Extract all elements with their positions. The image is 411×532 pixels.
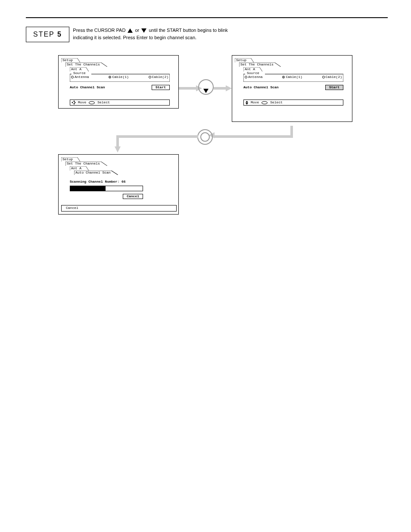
step-label: STEP bbox=[33, 31, 55, 38]
tab-ant-a: Ant A bbox=[70, 166, 89, 171]
radio-icon bbox=[282, 76, 285, 78]
cancel-button[interactable]: Cancel bbox=[123, 194, 143, 199]
radio-icon bbox=[322, 76, 325, 78]
help-select: Select bbox=[270, 100, 283, 105]
radio-icon bbox=[245, 76, 247, 78]
scan-row: Auto Channel Scan Start bbox=[70, 85, 170, 90]
radio-icon bbox=[71, 76, 74, 78]
source-box: Source Antenna Cable(1) Cable(2) bbox=[70, 73, 170, 80]
help-row: Cancel bbox=[61, 205, 177, 211]
move-arrows-icon bbox=[72, 101, 75, 104]
progress-fill bbox=[70, 186, 106, 191]
flow-arrow-4 bbox=[115, 146, 121, 152]
step-row: STEP 5 Press the CURSOR PAD or until the… bbox=[26, 27, 388, 42]
connector bbox=[116, 135, 119, 146]
help-row: Move Select bbox=[70, 100, 170, 106]
auto-scan-label: Auto Channel Scan bbox=[70, 85, 105, 90]
scan-row: Auto Channel Scan Start bbox=[243, 85, 343, 90]
tab-setup: Setup bbox=[235, 58, 254, 62]
opt-cable1[interactable]: Cable(1) bbox=[282, 75, 302, 79]
opt-cable1[interactable]: Cable(1) bbox=[109, 75, 128, 79]
radio-icon bbox=[109, 76, 111, 78]
connector bbox=[116, 135, 198, 138]
panel-b[interactable]: Setup Set The Channels Ant A Source bbox=[232, 55, 352, 122]
tab-set-channels: Set The Channels bbox=[65, 162, 107, 166]
down-arrow-icon bbox=[203, 89, 209, 93]
opt-antenna[interactable]: Antenna bbox=[245, 75, 263, 79]
instruction-text: Press the CURSOR PAD or until the START … bbox=[73, 27, 228, 41]
tab-ant-a: Ant A bbox=[70, 67, 89, 72]
source-box: Source Antenna Cable(1) Cable(2) bbox=[243, 73, 343, 80]
horizontal-rule bbox=[26, 17, 388, 18]
progress-bar bbox=[70, 186, 143, 191]
tab-set-channels: Set The Channels bbox=[65, 62, 107, 67]
tab-setup: Setup bbox=[61, 157, 80, 162]
figure-row-2: Setup Set The Channels Ant A Auto Channe… bbox=[26, 137, 388, 249]
select-icon bbox=[89, 101, 95, 104]
figure-row-1: Setup Set The Channels Ant A Source bbox=[26, 55, 388, 137]
help-row: Move Select bbox=[243, 100, 343, 106]
cursor-down-icon bbox=[141, 28, 146, 33]
instr-seg3: until the START button begins to blink bbox=[149, 28, 227, 33]
instr-seg1: Press the CURSOR PAD bbox=[73, 28, 127, 33]
instr-seg4: indicating it is selected. Press Enter t… bbox=[73, 35, 196, 40]
select-icon bbox=[262, 101, 268, 104]
tab-auto-channel-scan: Auto Channel Scan bbox=[74, 171, 118, 175]
opt-antenna[interactable]: Antenna bbox=[71, 75, 89, 79]
help-select: Select bbox=[97, 100, 110, 105]
scan-progress: Scanning Channel Number: 66 bbox=[70, 180, 176, 191]
tab-set-channels: Set The Channels bbox=[239, 62, 281, 67]
connector bbox=[215, 135, 293, 138]
cancel-row: Cancel bbox=[70, 194, 143, 199]
page: STEP 5 Press the CURSOR PAD or until the… bbox=[0, 0, 411, 266]
help-cancel: Cancel bbox=[66, 206, 78, 210]
move-arrows-icon bbox=[246, 101, 248, 105]
start-button[interactable]: Start bbox=[325, 85, 343, 90]
connector bbox=[290, 126, 293, 135]
help-move: Move bbox=[251, 100, 259, 105]
start-button[interactable]: Start bbox=[152, 85, 170, 90]
panel-c[interactable]: Setup Set The Channels Ant A Auto Channe… bbox=[58, 154, 179, 215]
auto-scan-label: Auto Channel Scan bbox=[243, 85, 279, 90]
radio-icon bbox=[149, 76, 151, 78]
flow-arrow-2 bbox=[214, 85, 232, 91]
help-move: Move bbox=[78, 100, 86, 105]
remote-enter-button[interactable] bbox=[197, 129, 213, 145]
step-box: STEP 5 bbox=[26, 27, 69, 42]
scan-text: Scanning Channel Number: 66 bbox=[70, 180, 176, 184]
step-number: 5 bbox=[57, 31, 62, 38]
remote-down-button[interactable] bbox=[198, 79, 214, 95]
opt-cable2[interactable]: Cable(2) bbox=[322, 75, 342, 79]
instr-seg2: or bbox=[135, 28, 140, 33]
tab-setup: Setup bbox=[61, 58, 80, 62]
opt-cable2[interactable]: Cable(2) bbox=[149, 75, 168, 79]
tab-ant-a: Ant A bbox=[243, 67, 262, 72]
panel-a[interactable]: Setup Set The Channels Ant A Source bbox=[58, 55, 179, 109]
cursor-up-icon bbox=[128, 28, 133, 33]
